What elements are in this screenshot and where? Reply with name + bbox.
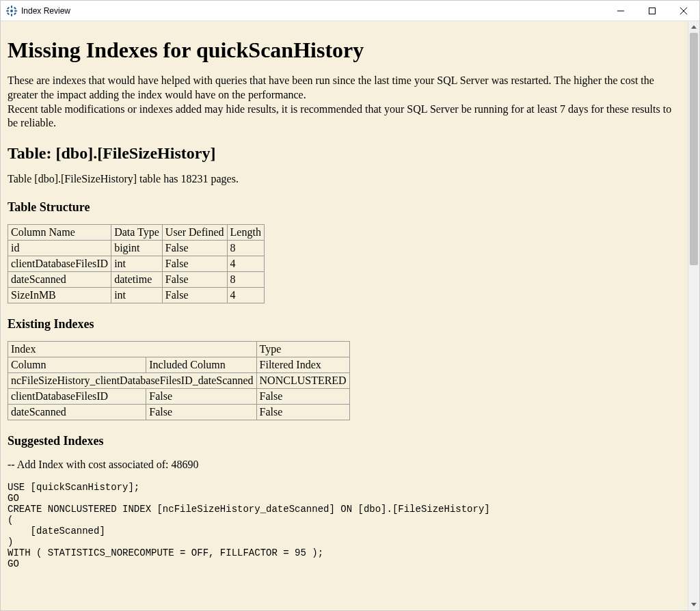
cell: 8 — [227, 240, 264, 256]
svg-rect-1 — [11, 5, 12, 8]
app-icon — [6, 5, 17, 16]
cell: id — [8, 240, 111, 256]
cell: ncFileSizeHistory_clientDatabaseFilesID_… — [8, 372, 257, 388]
scroll-down-icon[interactable] — [688, 599, 699, 610]
scroll-up-icon[interactable] — [688, 21, 699, 33]
intro-text-1: These are indexes that would have helped… — [8, 74, 654, 100]
cell: datetime — [111, 271, 163, 287]
minimize-button[interactable] — [605, 1, 636, 21]
cell: 4 — [227, 287, 264, 303]
col-header: Filtered Index — [256, 357, 349, 372]
col-header: Included Column — [146, 357, 256, 372]
cell: int — [111, 256, 163, 271]
cell: False — [162, 271, 227, 287]
svg-rect-10 — [649, 8, 656, 14]
svg-marker-13 — [691, 25, 697, 29]
cell: clientDatabaseFilesID — [8, 256, 111, 271]
window-controls — [605, 1, 699, 21]
page-title: Missing Indexes for quickScanHistory — [8, 38, 681, 63]
vertical-scrollbar[interactable] — [688, 21, 699, 610]
svg-rect-6 — [14, 6, 16, 9]
col-header: Length — [227, 224, 264, 240]
cell: SizeInMB — [8, 287, 111, 303]
sql-code: USE [quickScanHistory]; GO CREATE NONCLU… — [8, 482, 681, 569]
svg-rect-2 — [11, 14, 12, 16]
table-header-row: Column Name Data Type User Defined Lengt… — [8, 224, 265, 240]
app-window: Index Review Missing Indexes for quickSc… — [0, 0, 700, 611]
maximize-button[interactable] — [636, 1, 668, 21]
table-subheader-row: Column Included Column Filtered Index — [8, 357, 350, 372]
titlebar[interactable]: Index Review — [1, 1, 699, 21]
pages-line: Table [dbo].[FileSizeHistory] table has … — [8, 172, 681, 187]
existing-heading: Existing Indexes — [8, 317, 681, 331]
cell: False — [162, 240, 227, 256]
cell: bigint — [111, 240, 163, 256]
svg-rect-5 — [7, 6, 10, 9]
cell: False — [256, 388, 349, 404]
cell: dateScanned — [8, 271, 111, 287]
cell: False — [162, 256, 227, 271]
suggested-heading: Suggested Indexes — [8, 434, 681, 448]
col-header: Type — [256, 341, 349, 357]
scrollbar-thumb[interactable] — [690, 33, 698, 265]
cell: clientDatabaseFilesID — [8, 388, 146, 404]
cell: False — [146, 388, 256, 404]
svg-rect-4 — [14, 10, 17, 12]
table-row: SizeInMB int False 4 — [8, 287, 265, 303]
cell: False — [162, 287, 227, 303]
cell: 4 — [227, 256, 264, 271]
svg-rect-7 — [7, 12, 10, 14]
cost-line: -- Add Index with cost associated of: 48… — [8, 458, 681, 472]
svg-point-0 — [10, 10, 13, 12]
table-row: clientDatabaseFilesID int False 4 — [8, 256, 265, 271]
cell: NONCLUSTERED — [256, 372, 349, 388]
svg-marker-14 — [691, 603, 697, 606]
cell: dateScanned — [8, 404, 146, 420]
table-heading: Table: [dbo].[FileSizeHistory] — [8, 144, 681, 163]
intro-paragraph: These are indexes that would have helped… — [8, 74, 681, 131]
intro-text-2: Recent table modifications or indexes ad… — [8, 103, 671, 129]
structure-table: Column Name Data Type User Defined Lengt… — [8, 224, 265, 303]
cell: False — [256, 404, 349, 420]
close-button[interactable] — [668, 1, 699, 21]
table-row: ncFileSizeHistory_clientDatabaseFilesID_… — [8, 372, 350, 388]
table-row: id bigint False 8 — [8, 240, 265, 256]
structure-heading: Table Structure — [8, 200, 681, 215]
existing-table: Index Type Column Included Column Filter… — [8, 341, 350, 420]
document-content: Missing Indexes for quickScanHistory The… — [1, 21, 688, 610]
svg-rect-8 — [14, 12, 16, 14]
table-row: dateScanned datetime False 8 — [8, 271, 265, 287]
col-header: Column — [8, 357, 146, 372]
col-header: Column Name — [8, 224, 111, 240]
cell: False — [146, 404, 256, 420]
window-title: Index Review — [21, 6, 605, 16]
content-wrap: Missing Indexes for quickScanHistory The… — [1, 21, 699, 610]
table-row: dateScanned False False — [8, 404, 350, 420]
col-header: User Defined — [162, 224, 227, 240]
col-header: Data Type — [111, 224, 163, 240]
cell: int — [111, 287, 163, 303]
table-header-row: Index Type — [8, 341, 350, 357]
cell: 8 — [227, 271, 264, 287]
col-header: Index — [8, 341, 257, 357]
svg-rect-3 — [6, 10, 9, 12]
table-row: clientDatabaseFilesID False False — [8, 388, 350, 404]
